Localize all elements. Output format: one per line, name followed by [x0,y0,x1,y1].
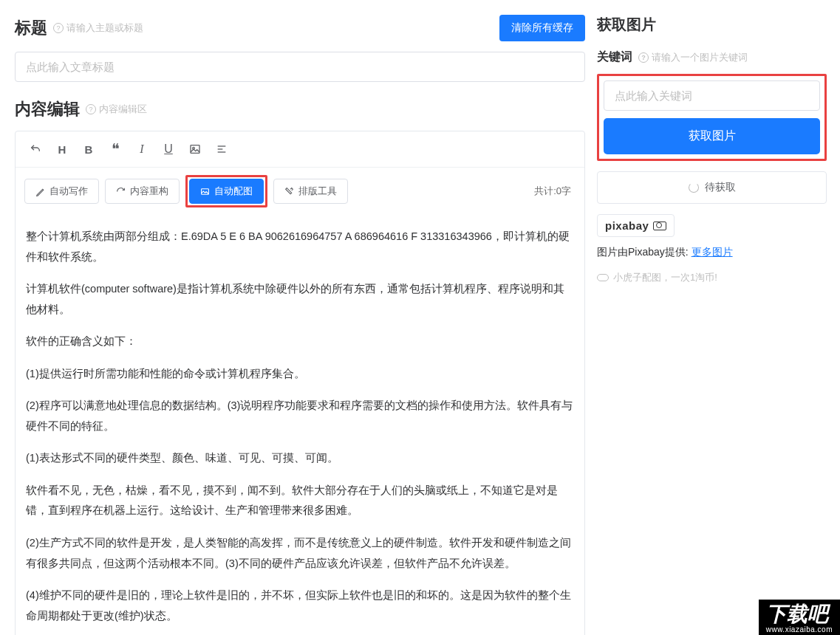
article-title-input[interactable] [15,52,585,82]
editor-card: H B ❝ I U 自动写作 内容重构 [15,131,585,635]
help-icon: ? [638,52,649,63]
tip-line: 小虎子配图，一次1淘币! [597,271,827,284]
watermark: 下载吧 www.xiazaiba.com [759,600,840,635]
editor-paragraph: (1)提供运行时所需功能和性能的命令或计算机程序集合。 [26,364,574,385]
clear-cache-button[interactable]: 清除所有缓存 [499,15,585,41]
editor-paragraph: 计算机软件(computer software)是指计算机系统中除硬件以外的所有… [26,279,574,320]
image-credit: 图片由Pixabay提供: 更多图片 [597,246,827,259]
help-icon: ? [86,104,96,114]
highlighted-action: 自动配图 [185,175,267,207]
restructure-button[interactable]: 内容重构 [105,179,180,204]
action-toolbar: 自动写作 内容重构 自动配图 排版工具 共计:0字 [16,168,584,215]
layout-tool-button[interactable]: 排版工具 [273,179,348,204]
help-icon: ? [53,23,64,33]
quote-icon[interactable]: ❝ [104,139,126,159]
editor-paragraph: 软件看不见，无色，枯燥，看不见，摸不到，闻不到。软件大部分存在于人们的头脑或纸上… [26,481,574,521]
content-section-header: 内容编辑 ? 内容编辑区 [15,98,585,120]
format-toolbar: H B ❝ I U [16,131,584,168]
editor-body[interactable]: 整个计算机系统由两部分组成：E.69DA 5 E 6 BA 9062616964… [16,215,584,635]
editor-paragraph: (4)维护不同的硬件是旧的，理论上软件是旧的，并不坏，但实际上软件也是旧的和坏的… [26,586,574,626]
content-label: 内容编辑 [15,98,80,120]
keyword-input[interactable] [604,80,820,111]
fetch-images-button[interactable]: 获取图片 [604,118,820,154]
keyword-label: 关键词 [597,49,632,65]
content-hint: ? 内容编辑区 [86,103,147,116]
heading-icon[interactable]: H [51,139,73,159]
svg-rect-0 [191,145,199,154]
editor-paragraph: 整个计算机系统由两部分组成：E.69DA 5 E 6 BA 9062616964… [26,227,574,267]
pending-status: 待获取 [597,171,827,204]
keyword-label-row: 关键词 ? 请输入一个图片关键词 [597,49,827,65]
editor-paragraph: 软件的正确含义如下： [26,332,574,352]
title-section-header: 标题 ? 请输入主题或标题 清除所有缓存 [15,15,585,41]
more-images-link[interactable]: 更多图片 [692,246,733,258]
auto-write-button[interactable]: 自动写作 [24,179,99,204]
title-label: 标题 [15,17,47,39]
pixabay-badge: pixabay [597,214,675,237]
title-hint: ? 请输入主题或标题 [53,21,143,35]
sidebar-title: 获取图片 [597,15,827,35]
auto-image-button[interactable]: 自动配图 [189,179,264,204]
fetch-form-highlight: 获取图片 [597,74,827,161]
camera-icon [653,222,666,230]
underline-icon[interactable]: U [157,139,180,159]
italic-icon[interactable]: I [131,139,153,159]
cloud-icon [597,274,609,281]
undo-icon[interactable] [24,139,47,159]
spinner-icon [689,182,699,193]
bold-icon[interactable]: B [78,139,100,159]
word-count: 共计:0字 [534,185,576,198]
align-left-icon[interactable] [211,139,233,159]
editor-paragraph: (1)表达形式不同的硬件类型、颜色、味道、可见、可摸、可闻。 [26,448,574,469]
editor-paragraph: (2)生产方式不同的软件是开发，是人类智能的高发挥，而不是传统意义上的硬件制造。… [26,533,574,574]
keyword-hint: 请输入一个图片关键词 [652,51,748,64]
editor-paragraph: (2)程序可以满意地处理信息的数据结构。(3)说明程序功能要求和程序需要的文档的… [26,396,574,436]
image-icon[interactable] [184,139,206,159]
